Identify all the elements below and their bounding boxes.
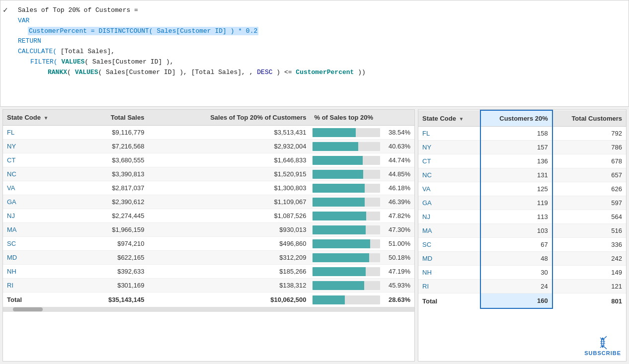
right-state-cell: GA <box>418 196 480 210</box>
right-state-cell: RI <box>418 280 480 293</box>
bar-fill <box>313 212 367 220</box>
code-line-3: CustomerPercent = DISTINCTCOUNT( Sales[C… <box>8 26 621 37</box>
top20-sales-cell: $930,013 <box>148 223 310 237</box>
cust20-cell: 67 <box>480 238 552 252</box>
scrollbar-thumb[interactable] <box>13 307 43 311</box>
right-table-body: FL 158 792 NY 157 786 CT 136 678 NC 131 … <box>418 127 626 293</box>
top20-sales-cell: $1,646,833 <box>148 153 310 167</box>
left-table-row: NH $392,633 $185,266 47.19% <box>3 265 414 279</box>
footer-state: Total <box>3 292 80 307</box>
left-table-row: VA $2,817,037 $1,300,803 46.18% <box>3 181 414 195</box>
state-cell: CT <box>3 153 80 167</box>
total-sales-cell: $2,390,612 <box>80 195 149 209</box>
footer-bar-fill <box>313 295 345 304</box>
top20-sales-cell: $3,513,431 <box>148 126 310 140</box>
right-col-state-header: State Code ▼ <box>418 110 480 127</box>
bar-background <box>313 198 381 207</box>
right-state-cell: MA <box>418 224 480 238</box>
footer-total-sales: $35,143,145 <box>80 292 149 307</box>
left-table-row: SC $974,210 $496,860 51.00% <box>3 237 414 251</box>
pct-label: 47.82% <box>383 212 410 219</box>
cust20-cell: 136 <box>480 154 552 168</box>
right-table: State Code ▼ Customers 20% Total Custome… <box>418 110 626 309</box>
pct-bar-cell: 46.18% <box>311 181 415 195</box>
left-table-row: NC $3,390,813 $1,520,915 44.85% <box>3 167 414 181</box>
pct-label: 38.54% <box>383 129 410 136</box>
left-col-top20-header: Sales of Top 20% of Customers <box>148 110 310 126</box>
right-state-cell: CT <box>418 154 480 168</box>
bar-fill <box>313 184 365 193</box>
bar-fill <box>313 253 369 262</box>
pct-bar-cell: 47.30% <box>311 223 415 237</box>
left-col-total-sales-header: Total Sales <box>80 110 149 126</box>
left-table-row: MA $1,966,159 $930,013 47.30% <box>3 223 414 237</box>
footer-pct-label: 28.63% <box>383 296 410 303</box>
top20-sales-cell: $2,932,004 <box>148 140 310 153</box>
left-table-row: CT $3,680,555 $1,646,833 44.74% <box>3 153 414 167</box>
cust20-cell: 48 <box>480 252 552 266</box>
right-table-row: NH 30 149 <box>418 266 626 280</box>
sort-arrow: ▼ <box>44 115 49 121</box>
pct-label: 47.30% <box>383 226 410 233</box>
bar-background <box>313 128 381 137</box>
cust20-cell: 30 <box>480 266 552 280</box>
right-table-row: RI 24 121 <box>418 280 626 293</box>
state-cell: NY <box>3 140 80 153</box>
code-highlight-text: CustomerPercent = DISTINCTCOUNT( Sales[C… <box>28 27 258 35</box>
bar-background <box>313 184 381 193</box>
code-line-4: RETURN <box>8 36 621 47</box>
state-cell: FL <box>3 126 80 140</box>
bar-background <box>313 212 381 220</box>
right-footer-state: Total <box>418 293 480 309</box>
cust20-cell: 157 <box>480 141 552 154</box>
pct-bar-cell: 51.00% <box>311 237 415 251</box>
cust20-cell: 131 <box>480 168 552 182</box>
right-table-row: NJ 113 564 <box>418 210 626 224</box>
right-table-wrapper: State Code ▼ Customers 20% Total Custome… <box>418 109 627 362</box>
scrollbar-area[interactable] <box>3 307 414 312</box>
left-table-row: GA $2,390,612 $1,109,067 46.39% <box>3 195 414 209</box>
bar-fill <box>313 128 356 137</box>
bar-background <box>313 170 381 179</box>
bar-fill <box>313 225 366 234</box>
bar-fill <box>313 156 363 165</box>
bar-fill <box>313 239 370 248</box>
code-var-keyword: VAR <box>18 17 29 24</box>
total-cust-cell: 786 <box>552 141 626 154</box>
code-line-1: Sales of Top 20% of Customers = <box>8 5 621 16</box>
cust20-cell: 158 <box>480 127 552 141</box>
top20-sales-cell: $1,087,526 <box>148 209 310 223</box>
bar-fill <box>313 267 366 276</box>
tables-container: State Code ▼ Total Sales Sales of Top 20… <box>0 107 629 364</box>
right-table-header-row: State Code ▼ Customers 20% Total Custome… <box>418 110 626 127</box>
bar-background <box>313 225 381 234</box>
pct-label: 46.39% <box>383 198 410 206</box>
total-sales-cell: $392,633 <box>80 265 149 279</box>
bar-background <box>313 156 381 165</box>
right-table-row: NC 131 657 <box>418 168 626 182</box>
total-cust-cell: 242 <box>552 252 626 266</box>
total-cust-cell: 678 <box>552 154 626 168</box>
cust20-cell: 119 <box>480 196 552 210</box>
top20-sales-cell: $1,520,915 <box>148 167 310 181</box>
total-sales-cell: $9,116,779 <box>80 126 149 140</box>
pct-bar-cell: 47.82% <box>311 209 415 223</box>
state-cell: VA <box>3 181 80 195</box>
right-table-footer: Total 160 801 <box>418 293 626 309</box>
pct-label: 44.74% <box>383 156 410 164</box>
total-cust-cell: 336 <box>552 238 626 252</box>
dna-icon <box>595 335 610 350</box>
code-line-2: VAR <box>8 16 621 26</box>
bar-background <box>313 281 381 290</box>
total-sales-cell: $622,165 <box>80 251 149 265</box>
left-col-state-header: State Code ▼ <box>3 110 80 126</box>
pct-bar-cell: 50.18% <box>311 251 415 265</box>
total-sales-cell: $2,817,037 <box>80 181 149 195</box>
total-cust-cell: 121 <box>552 280 626 293</box>
right-state-cell: NH <box>418 266 480 280</box>
cust20-cell: 24 <box>480 280 552 293</box>
right-col-total-cust-header: Total Customers <box>552 110 626 127</box>
right-table-row: CT 136 678 <box>418 154 626 168</box>
total-cust-cell: 516 <box>552 224 626 238</box>
right-state-cell: SC <box>418 238 480 252</box>
